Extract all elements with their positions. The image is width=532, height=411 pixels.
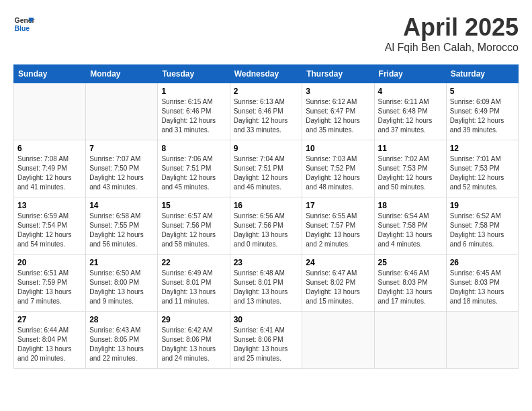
day-info: Sunrise: 6:52 AM Sunset: 7:58 PM Dayligh… bbox=[450, 212, 515, 249]
day-number: 3 bbox=[306, 87, 370, 96]
day-number: 12 bbox=[450, 144, 515, 153]
day-info: Sunrise: 6:49 AM Sunset: 8:01 PM Dayligh… bbox=[161, 269, 226, 306]
day-number: 9 bbox=[234, 144, 299, 153]
weekday-header-sunday: Sunday bbox=[14, 65, 86, 83]
svg-text:Blue: Blue bbox=[15, 25, 30, 32]
day-number: 8 bbox=[161, 144, 226, 153]
calendar-cell: 6Sunrise: 7:08 AM Sunset: 7:49 PM Daylig… bbox=[14, 140, 86, 197]
weekday-header-wednesday: Wednesday bbox=[230, 65, 302, 83]
calendar-cell: 24Sunrise: 6:47 AM Sunset: 8:02 PM Dayli… bbox=[302, 255, 374, 312]
calendar-cell: 26Sunrise: 6:45 AM Sunset: 8:03 PM Dayli… bbox=[446, 255, 518, 312]
logo-icon: General Blue bbox=[13, 13, 35, 35]
weekday-header-saturday: Saturday bbox=[446, 65, 518, 83]
calendar-cell: 29Sunrise: 6:42 AM Sunset: 8:06 PM Dayli… bbox=[158, 312, 230, 369]
day-info: Sunrise: 7:03 AM Sunset: 7:52 PM Dayligh… bbox=[306, 154, 370, 192]
calendar-cell bbox=[14, 83, 86, 140]
day-info: Sunrise: 7:02 AM Sunset: 7:53 PM Dayligh… bbox=[378, 154, 443, 192]
calendar-cell: 14Sunrise: 6:58 AM Sunset: 7:55 PM Dayli… bbox=[86, 197, 158, 255]
weekday-header-tuesday: Tuesday bbox=[158, 65, 230, 83]
day-number: 29 bbox=[161, 315, 226, 324]
calendar-cell: 9Sunrise: 7:04 AM Sunset: 7:51 PM Daylig… bbox=[230, 140, 302, 197]
day-number: 18 bbox=[378, 201, 443, 210]
day-number: 24 bbox=[306, 258, 370, 267]
week-row-1: 1Sunrise: 6:15 AM Sunset: 6:46 PM Daylig… bbox=[14, 83, 519, 140]
calendar-cell: 3Sunrise: 6:12 AM Sunset: 6:47 PM Daylig… bbox=[302, 83, 374, 140]
calendar-cell: 30Sunrise: 6:41 AM Sunset: 8:06 PM Dayli… bbox=[230, 312, 302, 369]
day-info: Sunrise: 6:15 AM Sunset: 6:46 PM Dayligh… bbox=[161, 97, 226, 135]
day-number: 30 bbox=[234, 315, 299, 324]
day-info: Sunrise: 6:12 AM Sunset: 6:47 PM Dayligh… bbox=[306, 97, 370, 135]
day-info: Sunrise: 7:04 AM Sunset: 7:51 PM Dayligh… bbox=[234, 154, 299, 192]
day-number: 21 bbox=[89, 258, 154, 267]
day-number: 28 bbox=[89, 315, 154, 324]
day-number: 1 bbox=[161, 87, 226, 96]
day-number: 7 bbox=[89, 144, 154, 153]
month-title: April 2025 bbox=[385, 13, 519, 42]
day-number: 20 bbox=[17, 258, 82, 267]
calendar-cell: 19Sunrise: 6:52 AM Sunset: 7:58 PM Dayli… bbox=[446, 197, 518, 255]
day-info: Sunrise: 6:48 AM Sunset: 8:01 PM Dayligh… bbox=[234, 269, 299, 306]
calendar: SundayMondayTuesdayWednesdayThursdayFrid… bbox=[13, 64, 519, 369]
calendar-cell: 25Sunrise: 6:46 AM Sunset: 8:03 PM Dayli… bbox=[374, 255, 446, 312]
day-info: Sunrise: 6:46 AM Sunset: 8:03 PM Dayligh… bbox=[378, 269, 443, 306]
weekday-header-friday: Friday bbox=[374, 65, 446, 83]
logo: General Blue bbox=[13, 13, 35, 35]
calendar-cell: 23Sunrise: 6:48 AM Sunset: 8:01 PM Dayli… bbox=[230, 255, 302, 312]
day-info: Sunrise: 6:11 AM Sunset: 6:48 PM Dayligh… bbox=[378, 97, 443, 135]
day-number: 26 bbox=[450, 258, 515, 267]
calendar-cell: 7Sunrise: 7:07 AM Sunset: 7:50 PM Daylig… bbox=[86, 140, 158, 197]
day-number: 10 bbox=[306, 144, 370, 153]
calendar-cell: 28Sunrise: 6:43 AM Sunset: 8:05 PM Dayli… bbox=[86, 312, 158, 369]
calendar-cell: 18Sunrise: 6:54 AM Sunset: 7:58 PM Dayli… bbox=[374, 197, 446, 255]
day-info: Sunrise: 6:41 AM Sunset: 8:06 PM Dayligh… bbox=[234, 326, 299, 363]
day-number: 2 bbox=[234, 87, 299, 96]
day-number: 19 bbox=[450, 201, 515, 210]
calendar-cell: 22Sunrise: 6:49 AM Sunset: 8:01 PM Dayli… bbox=[158, 255, 230, 312]
day-info: Sunrise: 6:51 AM Sunset: 7:59 PM Dayligh… bbox=[17, 269, 82, 306]
day-info: Sunrise: 6:54 AM Sunset: 7:58 PM Dayligh… bbox=[378, 212, 443, 249]
weekday-header-row: SundayMondayTuesdayWednesdayThursdayFrid… bbox=[14, 65, 519, 83]
week-row-2: 6Sunrise: 7:08 AM Sunset: 7:49 PM Daylig… bbox=[14, 140, 519, 197]
day-number: 15 bbox=[161, 201, 226, 210]
day-info: Sunrise: 6:45 AM Sunset: 8:03 PM Dayligh… bbox=[450, 269, 515, 306]
day-info: Sunrise: 7:08 AM Sunset: 7:49 PM Dayligh… bbox=[17, 154, 82, 192]
day-info: Sunrise: 6:59 AM Sunset: 7:54 PM Dayligh… bbox=[17, 212, 82, 249]
day-number: 23 bbox=[234, 258, 299, 267]
calendar-cell bbox=[446, 312, 518, 369]
day-info: Sunrise: 6:47 AM Sunset: 8:02 PM Dayligh… bbox=[306, 269, 370, 306]
calendar-cell: 16Sunrise: 6:56 AM Sunset: 7:56 PM Dayli… bbox=[230, 197, 302, 255]
day-info: Sunrise: 6:56 AM Sunset: 7:56 PM Dayligh… bbox=[234, 212, 299, 249]
calendar-cell: 20Sunrise: 6:51 AM Sunset: 7:59 PM Dayli… bbox=[14, 255, 86, 312]
calendar-cell: 8Sunrise: 7:06 AM Sunset: 7:51 PM Daylig… bbox=[158, 140, 230, 197]
calendar-cell: 12Sunrise: 7:01 AM Sunset: 7:53 PM Dayli… bbox=[446, 140, 518, 197]
day-info: Sunrise: 7:01 AM Sunset: 7:53 PM Dayligh… bbox=[450, 154, 515, 192]
day-number: 6 bbox=[17, 144, 82, 153]
calendar-cell bbox=[374, 312, 446, 369]
weekday-header-thursday: Thursday bbox=[302, 65, 374, 83]
day-number: 22 bbox=[161, 258, 226, 267]
calendar-cell: 27Sunrise: 6:44 AM Sunset: 8:04 PM Dayli… bbox=[14, 312, 86, 369]
calendar-cell: 11Sunrise: 7:02 AM Sunset: 7:53 PM Dayli… bbox=[374, 140, 446, 197]
header: General Blue April 2025 Al Fqih Ben Cala… bbox=[13, 13, 519, 54]
calendar-cell: 17Sunrise: 6:55 AM Sunset: 7:57 PM Dayli… bbox=[302, 197, 374, 255]
day-info: Sunrise: 6:58 AM Sunset: 7:55 PM Dayligh… bbox=[89, 212, 154, 249]
day-info: Sunrise: 6:09 AM Sunset: 6:49 PM Dayligh… bbox=[450, 97, 515, 135]
calendar-cell: 5Sunrise: 6:09 AM Sunset: 6:49 PM Daylig… bbox=[446, 83, 518, 140]
calendar-cell bbox=[302, 312, 374, 369]
day-number: 27 bbox=[17, 315, 82, 324]
week-row-4: 20Sunrise: 6:51 AM Sunset: 7:59 PM Dayli… bbox=[14, 255, 519, 312]
week-row-5: 27Sunrise: 6:44 AM Sunset: 8:04 PM Dayli… bbox=[14, 312, 519, 369]
calendar-cell: 10Sunrise: 7:03 AM Sunset: 7:52 PM Dayli… bbox=[302, 140, 374, 197]
day-info: Sunrise: 6:57 AM Sunset: 7:56 PM Dayligh… bbox=[161, 212, 226, 249]
day-number: 14 bbox=[89, 201, 154, 210]
day-info: Sunrise: 6:50 AM Sunset: 8:00 PM Dayligh… bbox=[89, 269, 154, 306]
calendar-cell: 1Sunrise: 6:15 AM Sunset: 6:46 PM Daylig… bbox=[158, 83, 230, 140]
location-title: Al Fqih Ben Calah, Morocco bbox=[385, 42, 519, 54]
calendar-cell: 21Sunrise: 6:50 AM Sunset: 8:00 PM Dayli… bbox=[86, 255, 158, 312]
day-info: Sunrise: 7:06 AM Sunset: 7:51 PM Dayligh… bbox=[161, 154, 226, 192]
day-number: 11 bbox=[378, 144, 443, 153]
calendar-cell: 13Sunrise: 6:59 AM Sunset: 7:54 PM Dayli… bbox=[14, 197, 86, 255]
day-number: 25 bbox=[378, 258, 443, 267]
day-info: Sunrise: 6:55 AM Sunset: 7:57 PM Dayligh… bbox=[306, 212, 370, 249]
day-info: Sunrise: 6:43 AM Sunset: 8:05 PM Dayligh… bbox=[89, 326, 154, 363]
